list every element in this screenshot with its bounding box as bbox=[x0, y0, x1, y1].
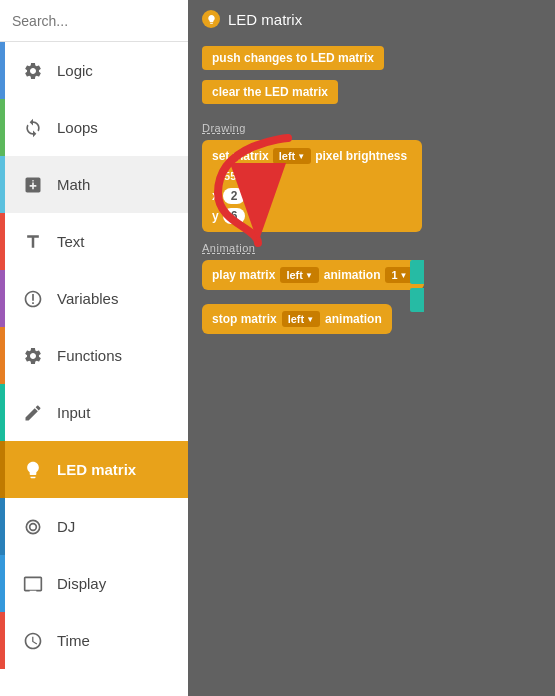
sidebar-item-dj-label: DJ bbox=[57, 518, 75, 535]
dj-icon bbox=[19, 513, 47, 541]
sidebar-item-led-matrix[interactable]: LED matrix bbox=[0, 441, 188, 498]
sidebar-item-text-label: Text bbox=[57, 233, 85, 250]
sidebar-item-display[interactable]: Display bbox=[0, 555, 188, 612]
sidebar: Logic Loops Math Text Variables bbox=[0, 0, 188, 696]
clear-led-button[interactable]: clear the LED matrix bbox=[202, 80, 338, 104]
sidebar-item-math-label: Math bbox=[57, 176, 90, 193]
animation-label: animation bbox=[324, 268, 381, 282]
panel-header: LED matrix bbox=[188, 0, 555, 38]
sidebar-item-logic[interactable]: Logic bbox=[0, 42, 188, 99]
sidebar-item-variables[interactable]: Variables bbox=[0, 270, 188, 327]
stop-matrix-label: stop matrix bbox=[212, 312, 277, 326]
sidebar-item-functions[interactable]: Functions bbox=[0, 327, 188, 384]
sidebar-item-dj[interactable]: DJ bbox=[0, 498, 188, 555]
display-icon bbox=[19, 570, 47, 598]
functions-icon bbox=[19, 342, 47, 370]
sidebar-item-led-matrix-label: LED matrix bbox=[57, 461, 136, 478]
text-icon bbox=[19, 228, 47, 256]
drawing-section-label: Drawing bbox=[202, 122, 541, 134]
stop-matrix-block: stop matrix left animation bbox=[202, 304, 392, 334]
left-dropdown-play[interactable]: left bbox=[280, 267, 318, 283]
play-matrix-block: play matrix left animation 1 bbox=[202, 260, 424, 290]
sidebar-item-functions-label: Functions bbox=[57, 347, 122, 364]
sidebar-item-math[interactable]: Math bbox=[0, 156, 188, 213]
y-row: y 6 bbox=[212, 208, 412, 224]
led-matrix-icon bbox=[19, 456, 47, 484]
x-label: x bbox=[212, 189, 219, 203]
set-matrix-row: set matrix left pixel brightness 255 bbox=[212, 148, 412, 184]
brightness-value[interactable]: 255 bbox=[212, 168, 242, 184]
y-value[interactable]: 6 bbox=[223, 208, 246, 224]
set-matrix-label: set matrix bbox=[212, 149, 269, 163]
left-dropdown-stop[interactable]: left bbox=[282, 311, 320, 327]
stop-animation-label: animation bbox=[325, 312, 382, 326]
sidebar-item-loops[interactable]: Loops bbox=[0, 99, 188, 156]
sidebar-item-input[interactable]: Input bbox=[0, 384, 188, 441]
variables-icon bbox=[19, 285, 47, 313]
play-matrix-container: play matrix left animation 1 bbox=[202, 260, 424, 298]
math-icon bbox=[19, 171, 47, 199]
input-icon bbox=[19, 399, 47, 427]
search-input[interactable] bbox=[12, 13, 187, 29]
play-matrix-label: play matrix bbox=[212, 268, 275, 282]
time-icon bbox=[19, 627, 47, 655]
teal-accent-1 bbox=[410, 260, 424, 284]
sidebar-item-logic-label: Logic bbox=[57, 62, 93, 79]
sidebar-items-list: Logic Loops Math Text Variables bbox=[0, 42, 188, 696]
panel-title: LED matrix bbox=[228, 11, 302, 28]
sidebar-item-variables-label: Variables bbox=[57, 290, 118, 307]
pixel-brightness-label: pixel brightness bbox=[315, 149, 407, 163]
sidebar-item-input-label: Input bbox=[57, 404, 90, 421]
animation-section-label: Animation bbox=[202, 242, 541, 254]
sidebar-item-loops-label: Loops bbox=[57, 119, 98, 136]
x-row: x 2 bbox=[212, 188, 412, 204]
panel-title-icon bbox=[202, 10, 220, 28]
panel-body: push changes to LED matrix clear the LED… bbox=[188, 38, 555, 696]
main-panel: LED matrix push changes to LED matrix cl… bbox=[188, 0, 555, 696]
sidebar-item-time-label: Time bbox=[57, 632, 90, 649]
sidebar-item-display-label: Display bbox=[57, 575, 106, 592]
sidebar-item-text[interactable]: Text bbox=[0, 213, 188, 270]
sidebar-item-time[interactable]: Time bbox=[0, 612, 188, 669]
left-dropdown-drawing[interactable]: left bbox=[273, 148, 311, 164]
x-value[interactable]: 2 bbox=[223, 188, 246, 204]
y-label: y bbox=[212, 209, 219, 223]
teal-accent-2 bbox=[410, 288, 424, 312]
drawing-block: set matrix left pixel brightness 255 x 2… bbox=[202, 140, 422, 232]
loops-icon bbox=[19, 114, 47, 142]
push-changes-button[interactable]: push changes to LED matrix bbox=[202, 46, 384, 70]
search-bar bbox=[0, 0, 188, 42]
logic-icon bbox=[19, 57, 47, 85]
